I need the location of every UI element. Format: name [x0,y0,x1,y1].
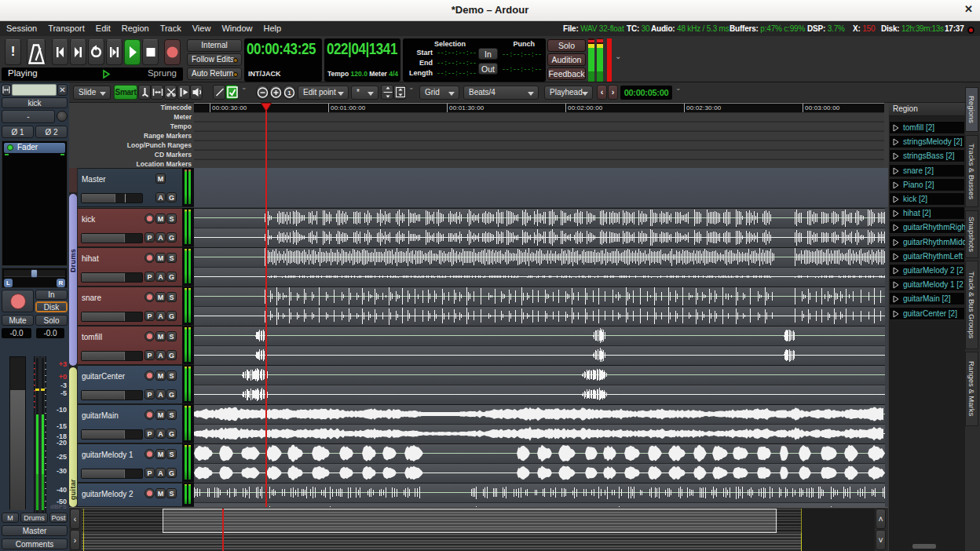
svg-text:1: 1 [287,89,291,97]
